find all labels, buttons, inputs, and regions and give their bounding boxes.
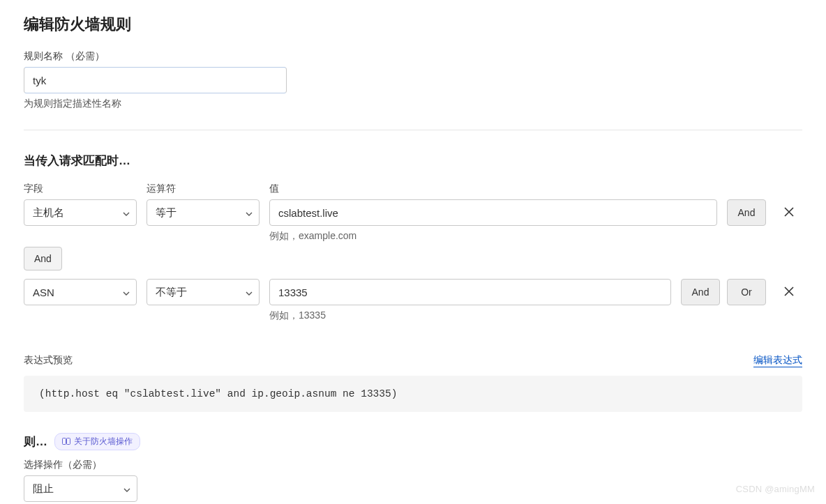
- page-title: 编辑防火墙规则: [24, 14, 802, 35]
- match-section-title: 当传入请求匹配时…: [24, 153, 802, 169]
- rule-name-label: 规则名称 （必需）: [24, 50, 802, 63]
- about-badge-text: 关于防火墙操作: [74, 436, 133, 448]
- expression-box: (http.host eq "cslabtest.live" and ip.ge…: [24, 376, 802, 412]
- rule-name-group: 规则名称 （必需） 为规则指定描述性名称: [24, 50, 802, 110]
- field-select-value: 主机名: [33, 206, 64, 220]
- col-label-value: 值: [269, 183, 802, 195]
- svg-rect-0: [63, 438, 66, 445]
- section-divider: [24, 130, 802, 130]
- rule-name-input[interactable]: [24, 67, 287, 93]
- connector-and-button[interactable]: And: [24, 247, 62, 270]
- remove-row-button[interactable]: [776, 199, 802, 226]
- close-icon: [783, 205, 795, 221]
- field-select[interactable]: 主机名: [24, 199, 137, 226]
- operator-select-value: 不等于: [156, 286, 187, 299]
- column-labels: 字段 运算符 值: [24, 183, 802, 195]
- then-label: 则…: [24, 434, 47, 450]
- and-button[interactable]: And: [727, 199, 766, 226]
- action-label: 选择操作（必需）: [24, 459, 802, 471]
- about-firewall-badge[interactable]: 关于防火墙操作: [54, 433, 140, 450]
- field-select-value: ASN: [33, 287, 54, 298]
- and-button[interactable]: And: [681, 279, 720, 305]
- svg-rect-1: [67, 438, 70, 445]
- remove-row-button[interactable]: [776, 279, 802, 305]
- operator-select-value: 等于: [156, 206, 177, 220]
- value-input[interactable]: [269, 279, 671, 305]
- rule-row: 主机名 等于 例如，example.com And: [24, 199, 802, 243]
- action-select[interactable]: 阻止: [24, 475, 137, 502]
- book-icon: [62, 438, 70, 445]
- rule-row: ASN 不等于 例如，13335 And Or: [24, 279, 802, 322]
- value-example: 例如，example.com: [269, 230, 717, 243]
- close-icon: [783, 284, 795, 300]
- field-select[interactable]: ASN: [24, 279, 137, 305]
- col-label-field: 字段: [24, 183, 137, 195]
- action-select-value: 阻止: [33, 482, 54, 496]
- expression-preview-section: 表达式预览 编辑表达式 (http.host eq "cslabtest.liv…: [24, 354, 802, 412]
- value-input[interactable]: [269, 199, 717, 226]
- preview-header: 表达式预览 编辑表达式: [24, 354, 802, 367]
- connector-row: And: [24, 247, 802, 270]
- operator-select[interactable]: 不等于: [147, 279, 260, 305]
- logic-buttons: And Or: [681, 279, 766, 305]
- edit-expression-link[interactable]: 编辑表达式: [753, 354, 802, 367]
- then-header: 则… 关于防火墙操作: [24, 433, 802, 450]
- value-example: 例如，13335: [269, 310, 671, 322]
- value-wrap: 例如，13335: [269, 279, 671, 322]
- value-wrap: 例如，example.com: [269, 199, 717, 243]
- then-section: 则… 关于防火墙操作 选择操作（必需） 阻止: [24, 433, 802, 502]
- or-button[interactable]: Or: [727, 279, 766, 305]
- col-label-operator: 运算符: [147, 183, 260, 195]
- rule-name-help: 为规则指定描述性名称: [24, 98, 802, 110]
- operator-select[interactable]: 等于: [147, 199, 260, 226]
- preview-label: 表达式预览: [24, 354, 73, 367]
